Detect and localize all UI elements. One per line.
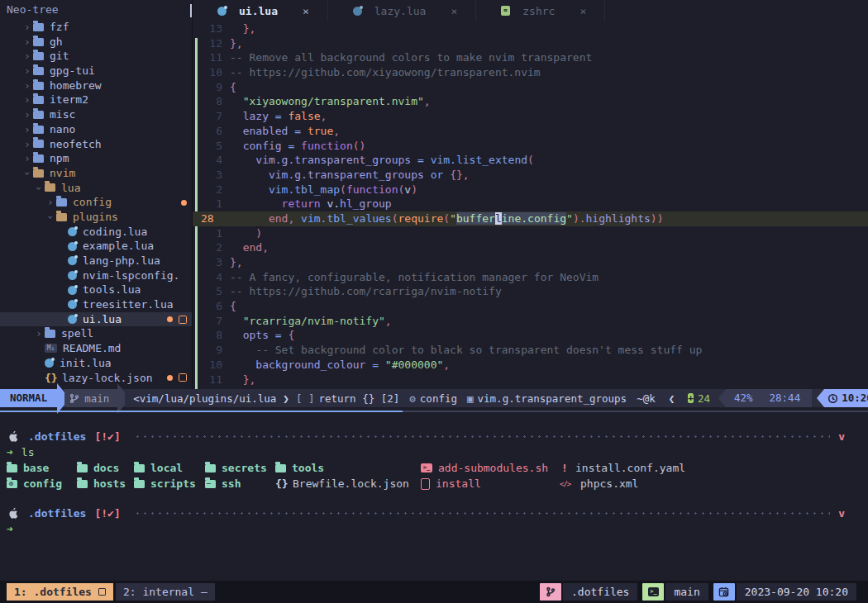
tree-item[interactable]: › nano bbox=[0, 122, 192, 137]
code-line[interactable]: 9 -- Set background color to black so tr… bbox=[193, 343, 868, 358]
code-text: "xiyaowong/transparent.nvim", bbox=[230, 94, 431, 109]
code-line[interactable]: 8 "xiyaowong/transparent.nvim", bbox=[193, 94, 868, 109]
code-line[interactable]: 5 config = function() bbox=[193, 139, 868, 154]
buffer-tab[interactable]: lazy.lua × bbox=[328, 0, 476, 21]
ls-entry-icon: >_ bbox=[421, 463, 432, 472]
tree-item[interactable]: nvim-lspconfig. bbox=[0, 268, 192, 283]
position-segment: 42% 28:44 bbox=[718, 389, 812, 407]
neotree-title: Neo-tree bbox=[0, 0, 192, 20]
tree-item[interactable]: init.lua bbox=[0, 356, 192, 371]
tree-item[interactable]: coding.lua bbox=[0, 225, 192, 240]
code-text: lazy = false, bbox=[230, 109, 327, 124]
code-line[interactable]: 2 end, bbox=[193, 240, 868, 255]
file-type-icon bbox=[33, 169, 44, 178]
code-line[interactable]: 13 }, bbox=[193, 21, 868, 36]
ls-entry: ! install.conf.yaml bbox=[560, 462, 868, 474]
code-token: -- Remove all background colors to make … bbox=[230, 51, 592, 64]
tree-item[interactable]: › gpg-tui bbox=[0, 64, 192, 78]
code-text: { bbox=[230, 80, 236, 95]
tree-item[interactable]: › npm bbox=[0, 151, 192, 166]
code-line[interactable]: 3 }, bbox=[193, 255, 868, 270]
tree-item-label: coding.lua bbox=[83, 225, 147, 240]
code-line[interactable]: 3 vim.g.transparent_groups or {}, bbox=[193, 168, 868, 183]
tree-item[interactable]: › lua bbox=[0, 181, 192, 196]
tab-close-icon[interactable]: × bbox=[579, 5, 586, 17]
tree-item[interactable]: › plugins bbox=[0, 210, 192, 225]
code-line[interactable]: 28 end, vim.tbl_values(require("bufferli… bbox=[193, 211, 868, 226]
code-token: vim.g.transparent_groups bbox=[230, 154, 411, 166]
code-line[interactable]: 10 -- https://github.com/xiyaowong/trans… bbox=[193, 65, 868, 80]
tree-item[interactable]: › git bbox=[0, 49, 192, 64]
code-token: { bbox=[230, 81, 236, 93]
line-number: 7 bbox=[201, 314, 222, 329]
code-line[interactable]: 2 vim.tbl_map(function(v) bbox=[193, 183, 868, 197]
tree-item[interactable]: › spell bbox=[0, 326, 192, 341]
code-line[interactable]: 4 -- A fancy, configurable, notification… bbox=[193, 270, 868, 285]
code-token: function bbox=[346, 183, 398, 196]
code-text: }, bbox=[230, 255, 243, 270]
tab-close-icon[interactable]: × bbox=[451, 5, 457, 17]
tree-item-label: homebrew bbox=[50, 78, 102, 93]
code-token: vim.tbl_map bbox=[230, 183, 340, 196]
tree-item[interactable]: treesitter.lua bbox=[0, 297, 192, 312]
code-line[interactable]: 4 vim.g.transparent_groups = vim.list_ex… bbox=[193, 153, 868, 168]
git-branch-icon bbox=[546, 586, 556, 597]
chevron-icon: › bbox=[21, 64, 33, 78]
code-buffer[interactable]: 13 }, 12 }, 11 -- Remove all background … bbox=[193, 21, 868, 389]
command-line[interactable]: ➜ bbox=[0, 521, 868, 537]
tree-item-badges bbox=[167, 312, 187, 327]
git-branch-name: main bbox=[84, 392, 109, 405]
code-line[interactable]: 9 { bbox=[193, 80, 868, 95]
tree-item[interactable]: ui.lua bbox=[0, 312, 192, 327]
code-line[interactable]: 7 "rcarriga/nvim-notify", bbox=[193, 314, 868, 329]
code-line[interactable]: 10 background_colour = "#000000", bbox=[193, 358, 868, 373]
code-line[interactable]: 1 ) bbox=[193, 226, 868, 241]
code-line[interactable]: 6 { bbox=[193, 299, 868, 314]
tab-close-icon[interactable]: × bbox=[303, 5, 309, 17]
code-line[interactable]: 7 lazy = false, bbox=[193, 109, 868, 124]
code-line[interactable]: 8 opts = { bbox=[193, 328, 868, 343]
breadcrumb-separator: ❯ bbox=[283, 392, 289, 405]
code-line[interactable]: 11 -- Remove all background colors to ma… bbox=[193, 50, 868, 65]
code-text: background_colour = "#000000", bbox=[230, 358, 450, 373]
buffer-tab[interactable]: ≡ zshrc × bbox=[476, 0, 605, 21]
tree-item[interactable]: › nvim bbox=[0, 166, 192, 181]
tree-item[interactable]: {} lazy-lock.json bbox=[0, 371, 192, 386]
code-token: ( bbox=[392, 212, 398, 225]
nvim-pane: Neo-tree › fzf › gh › bbox=[0, 0, 868, 389]
shell-pane[interactable]: .dotfiles [!✔] v ➜ ls base docs local bbox=[0, 417, 868, 581]
neotree-panel[interactable]: Neo-tree › fzf › gh › bbox=[0, 0, 192, 389]
tree-item[interactable]: › homebrew bbox=[0, 78, 192, 93]
tree-item[interactable]: lang-php.lua bbox=[0, 254, 192, 268]
tree-item[interactable]: M↓ README.md bbox=[0, 341, 192, 356]
file-type-icon bbox=[33, 111, 44, 119]
tmux-session-label: main bbox=[665, 583, 708, 601]
code-line[interactable]: 5 -- https://github.com/rcarriga/nvim-no… bbox=[193, 284, 868, 299]
tree-item[interactable]: › fzf bbox=[0, 20, 192, 35]
code-token: = bbox=[365, 358, 384, 371]
powerline-separator bbox=[117, 392, 125, 405]
line-number: 5 bbox=[201, 139, 222, 154]
tmux-window-2[interactable]: 2: internal — bbox=[116, 583, 215, 601]
tmux-window-1[interactable]: 1: .dotfiles bbox=[7, 583, 113, 601]
buffer-tab[interactable]: ui.lua × bbox=[193, 0, 328, 21]
code-line[interactable]: 11 }, bbox=[193, 373, 868, 387]
ls-entry-name: tools bbox=[292, 462, 324, 474]
tree-item[interactable]: › iterm2 bbox=[0, 93, 192, 107]
window-dash-icon: — bbox=[201, 583, 207, 601]
code-token: }, bbox=[230, 22, 255, 35]
code-line[interactable]: 12 }, bbox=[193, 36, 868, 51]
prompt-line: .dotfiles [!✔] v bbox=[0, 429, 868, 444]
tree-item[interactable]: › misc bbox=[0, 107, 192, 122]
unsaved-square-icon bbox=[179, 316, 187, 324]
tree-item[interactable]: › gh bbox=[0, 35, 192, 50]
code-line[interactable]: 6 enabled = true, bbox=[193, 124, 868, 139]
tree-item[interactable]: example.lua bbox=[0, 239, 192, 254]
tree-item[interactable]: tools.lua bbox=[0, 283, 192, 297]
tree-item[interactable]: › neofetch bbox=[0, 137, 192, 152]
code-line[interactable]: 1 return v.hl_group bbox=[193, 197, 868, 211]
file-type-icon bbox=[68, 256, 77, 265]
code-token: { bbox=[288, 329, 294, 341]
line-number: 5 bbox=[201, 284, 222, 299]
tree-item[interactable]: › config bbox=[0, 195, 192, 210]
